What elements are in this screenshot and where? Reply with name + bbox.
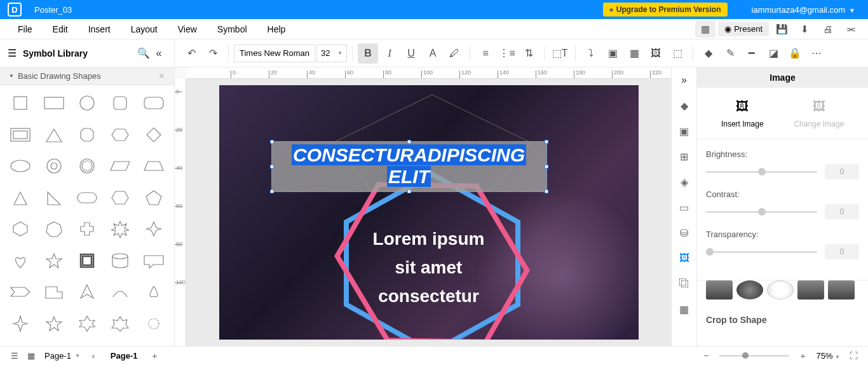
underline-button[interactable]: U [401, 43, 421, 64]
style-thumb-2[interactable] [736, 280, 763, 300]
shape-star7[interactable] [105, 312, 135, 335]
font-color-button[interactable]: A [423, 43, 443, 64]
text-box-button[interactable]: ⬚T [550, 43, 570, 64]
shape-capsule[interactable] [72, 186, 102, 209]
rail-fill-icon[interactable]: ◆ [677, 98, 692, 113]
italic-button[interactable]: I [379, 43, 400, 64]
expand-panel-icon[interactable]: » [677, 72, 692, 88]
shape-arrow-up[interactable] [72, 280, 102, 303]
shape-parallelogram[interactable] [105, 155, 135, 177]
shape-heart[interactable] [5, 249, 36, 272]
style-thumb-4[interactable] [797, 280, 824, 300]
container-button[interactable]: ▣ [602, 43, 623, 64]
collapse-panel-icon[interactable]: « [151, 46, 166, 61]
menu-view[interactable]: View [168, 20, 207, 38]
outline-icon[interactable]: ☰ [6, 349, 23, 363]
menu-symbol[interactable]: Symbol [207, 20, 257, 38]
shape-heptagon[interactable] [38, 217, 69, 240]
shape-double-square[interactable] [72, 249, 102, 272]
brightness-slider[interactable] [706, 171, 817, 173]
present-button[interactable]: ◉Present [718, 22, 769, 36]
shape-pentagon[interactable] [139, 186, 169, 209]
undo-button[interactable]: ↶ [181, 43, 201, 64]
shape-octagon[interactable] [72, 123, 102, 146]
shape-hex2[interactable] [5, 217, 36, 240]
shape-star4-2[interactable] [139, 217, 169, 240]
thumbnails-icon[interactable]: ▦ [23, 349, 39, 363]
page-selector[interactable]: Page-1▼ [44, 351, 80, 361]
chart-button[interactable]: ⬚ [667, 43, 688, 64]
font-family-select[interactable]: Times New Roman [234, 45, 315, 62]
prev-page-icon[interactable]: ‹ [85, 349, 102, 363]
menu-insert[interactable]: Insert [78, 20, 121, 38]
shape-circle[interactable] [72, 92, 102, 114]
align-button[interactable]: ≡ [475, 43, 496, 64]
download-icon[interactable]: ⬇ [794, 21, 815, 38]
shape-rounded-square[interactable] [105, 92, 135, 114]
line-style-button[interactable]: ━ [742, 43, 762, 64]
menu-file[interactable]: File [8, 20, 43, 38]
redo-button[interactable]: ↷ [203, 43, 223, 64]
shape-rectangle[interactable] [38, 92, 69, 114]
lock-button[interactable]: 🔒 [785, 43, 805, 64]
upgrade-premium-button[interactable]: ●Upgrade to Premium Version [603, 3, 728, 17]
library-menu-icon[interactable]: ☰ [8, 47, 17, 59]
shape-star4[interactable] [5, 312, 36, 335]
shape-burst[interactable] [139, 312, 169, 335]
rail-page-icon[interactable]: ▭ [677, 200, 692, 215]
print-icon[interactable]: 🖨 [817, 21, 837, 38]
zoom-label[interactable]: 75% ▼ [816, 351, 840, 361]
shape-star5[interactable] [38, 249, 69, 272]
fill-button[interactable]: ◆ [698, 43, 719, 64]
menu-help[interactable]: Help [257, 20, 296, 38]
shape-square[interactable] [5, 92, 36, 114]
highlight-button[interactable]: 🖊 [444, 43, 465, 64]
zoom-in-button[interactable]: ＋ [794, 349, 811, 363]
shape-trapezoid[interactable] [139, 155, 169, 177]
page-tab[interactable]: Page-1 [111, 351, 138, 361]
user-menu[interactable]: iammurtaza4@gmail.com▼ [747, 5, 860, 15]
zoom-out-button[interactable]: − [698, 349, 714, 363]
shape-callout[interactable] [139, 249, 169, 272]
shape-triangle[interactable] [38, 123, 69, 146]
menu-edit[interactable]: Edit [43, 20, 78, 38]
line-color-button[interactable]: ✎ [720, 43, 740, 64]
poster-page[interactable]: CONSECTURADIPISCING ELIT Lorem ipsum sit… [219, 85, 639, 340]
more-button[interactable]: ⋯ [806, 43, 827, 64]
fullscreen-icon[interactable]: ⛶ [845, 349, 862, 363]
style-thumb-1[interactable] [706, 280, 733, 300]
shape-hexagon[interactable] [105, 186, 135, 209]
layers-button[interactable]: ▦ [624, 43, 644, 64]
rail-chart-icon[interactable]: ▦ [677, 301, 692, 317]
bold-button[interactable]: B [358, 43, 378, 64]
connector-button[interactable]: ⤵ [581, 43, 601, 64]
shadow-button[interactable]: ◪ [763, 43, 783, 64]
rail-grid-icon[interactable]: ⊞ [677, 149, 692, 164]
shape-rounded-hex[interactable] [105, 123, 135, 146]
close-group-icon[interactable]: ✕ [158, 71, 165, 81]
shape-ring[interactable] [72, 155, 102, 177]
shape-group-header[interactable]: ▼Basic Drawing Shapes ✕ [0, 67, 174, 85]
shape-rounded-rect[interactable] [139, 92, 169, 114]
shape-right-triangle[interactable] [38, 186, 69, 209]
rail-layers-icon[interactable]: ◈ [677, 174, 692, 189]
bullet-list-button[interactable]: ⋮≡ [497, 43, 517, 64]
menu-layout[interactable]: Layout [121, 20, 168, 38]
shape-star8[interactable] [105, 217, 135, 240]
save-icon[interactable]: 💾 [771, 21, 792, 38]
app-logo-icon[interactable]: D [8, 3, 22, 17]
body-text[interactable]: Lorem ipsum sit amet consectetur [327, 225, 531, 310]
rail-shape-icon[interactable]: ▣ [677, 123, 692, 139]
shape-triangle-iso[interactable] [5, 186, 36, 209]
shape-donut[interactable] [38, 155, 69, 177]
shape-cylinder[interactable] [105, 249, 135, 272]
style-thumb-3[interactable] [767, 280, 794, 300]
zoom-slider[interactable] [719, 355, 789, 357]
search-icon[interactable]: 🔍 [136, 46, 151, 61]
canvas[interactable]: CONSECTURADIPISCING ELIT Lorem ipsum sit… [186, 79, 671, 346]
font-size-select[interactable]: 32▼ [316, 45, 347, 62]
rail-data-icon[interactable]: ⛁ [677, 225, 692, 240]
shape-star6[interactable] [72, 312, 102, 335]
shape-curve-tri[interactable] [139, 280, 169, 303]
style-thumb-5[interactable] [828, 280, 855, 300]
